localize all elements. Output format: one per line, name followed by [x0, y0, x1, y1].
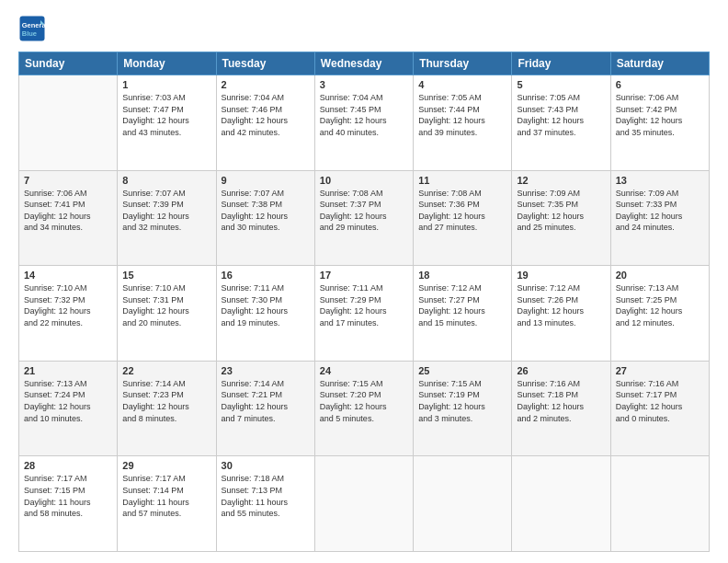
calendar-cell: 18Sunrise: 7:12 AM Sunset: 7:27 PM Dayli… — [414, 266, 512, 362]
calendar-cell: 1Sunrise: 7:03 AM Sunset: 7:47 PM Daylig… — [118, 75, 216, 171]
logo: General Blue — [18, 15, 50, 42]
day-number: 17 — [320, 270, 408, 281]
day-number: 9 — [222, 175, 310, 186]
svg-text:General: General — [22, 21, 46, 29]
day-number: 2 — [222, 79, 310, 90]
day-number: 4 — [418, 79, 506, 90]
calendar-cell — [19, 75, 118, 171]
header: General Blue — [18, 15, 710, 42]
calendar-cell: 16Sunrise: 7:11 AM Sunset: 7:30 PM Dayli… — [216, 266, 314, 362]
calendar-cell: 26Sunrise: 7:16 AM Sunset: 7:18 PM Dayli… — [512, 361, 610, 456]
day-number: 25 — [418, 365, 506, 376]
calendar-cell — [414, 456, 512, 552]
calendar-cell: 11Sunrise: 7:08 AM Sunset: 7:36 PM Dayli… — [414, 170, 512, 266]
day-number: 21 — [24, 365, 112, 376]
day-number: 27 — [616, 365, 704, 376]
calendar-cell — [610, 456, 709, 552]
day-info: Sunrise: 7:07 AM Sunset: 7:38 PM Dayligh… — [222, 188, 310, 234]
calendar-cell: 4Sunrise: 7:05 AM Sunset: 7:44 PM Daylig… — [414, 75, 512, 171]
day-number: 12 — [517, 175, 605, 186]
week-row-2: 7Sunrise: 7:06 AM Sunset: 7:41 PM Daylig… — [19, 170, 710, 266]
day-info: Sunrise: 7:04 AM Sunset: 7:46 PM Dayligh… — [222, 92, 310, 138]
weekday-header-row: SundayMondayTuesdayWednesdayThursdayFrid… — [19, 52, 710, 75]
day-info: Sunrise: 7:09 AM Sunset: 7:33 PM Dayligh… — [616, 188, 704, 234]
day-info: Sunrise: 7:06 AM Sunset: 7:41 PM Dayligh… — [24, 188, 112, 234]
day-number: 30 — [222, 460, 310, 471]
calendar-cell: 9Sunrise: 7:07 AM Sunset: 7:38 PM Daylig… — [216, 170, 314, 266]
calendar-cell: 10Sunrise: 7:08 AM Sunset: 7:37 PM Dayli… — [314, 170, 413, 266]
day-number: 14 — [24, 270, 112, 281]
day-info: Sunrise: 7:03 AM Sunset: 7:47 PM Dayligh… — [122, 92, 210, 138]
calendar-cell — [512, 456, 610, 552]
day-info: Sunrise: 7:16 AM Sunset: 7:17 PM Dayligh… — [616, 378, 704, 424]
calendar-cell: 17Sunrise: 7:11 AM Sunset: 7:29 PM Dayli… — [314, 266, 413, 362]
calendar-cell: 8Sunrise: 7:07 AM Sunset: 7:39 PM Daylig… — [118, 170, 216, 266]
calendar-cell: 28Sunrise: 7:17 AM Sunset: 7:15 PM Dayli… — [19, 456, 118, 552]
week-row-4: 21Sunrise: 7:13 AM Sunset: 7:24 PM Dayli… — [19, 361, 710, 456]
calendar-cell: 25Sunrise: 7:15 AM Sunset: 7:19 PM Dayli… — [414, 361, 512, 456]
day-number: 1 — [122, 79, 210, 90]
day-info: Sunrise: 7:12 AM Sunset: 7:27 PM Dayligh… — [418, 282, 506, 328]
day-info: Sunrise: 7:11 AM Sunset: 7:30 PM Dayligh… — [222, 282, 310, 328]
calendar-cell — [314, 456, 413, 552]
weekday-thursday: Thursday — [414, 52, 512, 75]
day-number: 28 — [24, 460, 112, 471]
day-info: Sunrise: 7:08 AM Sunset: 7:36 PM Dayligh… — [418, 188, 506, 234]
day-number: 3 — [320, 79, 408, 90]
day-number: 6 — [616, 79, 704, 90]
calendar-cell: 20Sunrise: 7:13 AM Sunset: 7:25 PM Dayli… — [610, 266, 709, 362]
week-row-1: 1Sunrise: 7:03 AM Sunset: 7:47 PM Daylig… — [19, 75, 710, 171]
weekday-tuesday: Tuesday — [216, 52, 314, 75]
day-info: Sunrise: 7:05 AM Sunset: 7:43 PM Dayligh… — [517, 92, 605, 138]
day-number: 5 — [517, 79, 605, 90]
calendar-cell: 3Sunrise: 7:04 AM Sunset: 7:45 PM Daylig… — [314, 75, 413, 171]
day-number: 23 — [222, 365, 310, 376]
page: General Blue SundayMondayTuesdayWednesda… — [0, 0, 728, 563]
day-info: Sunrise: 7:06 AM Sunset: 7:42 PM Dayligh… — [616, 92, 704, 138]
calendar-cell: 29Sunrise: 7:17 AM Sunset: 7:14 PM Dayli… — [118, 456, 216, 552]
day-info: Sunrise: 7:14 AM Sunset: 7:21 PM Dayligh… — [222, 378, 310, 424]
day-number: 8 — [122, 175, 210, 186]
calendar-cell: 19Sunrise: 7:12 AM Sunset: 7:26 PM Dayli… — [512, 266, 610, 362]
calendar-cell: 22Sunrise: 7:14 AM Sunset: 7:23 PM Dayli… — [118, 361, 216, 456]
day-number: 10 — [320, 175, 408, 186]
calendar-cell: 27Sunrise: 7:16 AM Sunset: 7:17 PM Dayli… — [610, 361, 709, 456]
weekday-monday: Monday — [118, 52, 216, 75]
day-number: 16 — [222, 270, 310, 281]
calendar-cell: 6Sunrise: 7:06 AM Sunset: 7:42 PM Daylig… — [610, 75, 709, 171]
weekday-sunday: Sunday — [19, 52, 118, 75]
weekday-friday: Friday — [512, 52, 610, 75]
day-info: Sunrise: 7:17 AM Sunset: 7:14 PM Dayligh… — [122, 473, 210, 519]
day-info: Sunrise: 7:16 AM Sunset: 7:18 PM Dayligh… — [517, 378, 605, 424]
logo-icon: General Blue — [18, 15, 46, 42]
calendar-cell: 23Sunrise: 7:14 AM Sunset: 7:21 PM Dayli… — [216, 361, 314, 456]
day-info: Sunrise: 7:17 AM Sunset: 7:15 PM Dayligh… — [24, 473, 112, 519]
calendar-cell: 30Sunrise: 7:18 AM Sunset: 7:13 PM Dayli… — [216, 456, 314, 552]
day-number: 7 — [24, 175, 112, 186]
calendar-cell: 2Sunrise: 7:04 AM Sunset: 7:46 PM Daylig… — [216, 75, 314, 171]
day-number: 15 — [122, 270, 210, 281]
week-row-3: 14Sunrise: 7:10 AM Sunset: 7:32 PM Dayli… — [19, 266, 710, 362]
calendar-cell: 7Sunrise: 7:06 AM Sunset: 7:41 PM Daylig… — [19, 170, 118, 266]
calendar-cell: 13Sunrise: 7:09 AM Sunset: 7:33 PM Dayli… — [610, 170, 709, 266]
day-number: 29 — [122, 460, 210, 471]
calendar-cell: 14Sunrise: 7:10 AM Sunset: 7:32 PM Dayli… — [19, 266, 118, 362]
day-number: 22 — [122, 365, 210, 376]
calendar-cell: 21Sunrise: 7:13 AM Sunset: 7:24 PM Dayli… — [19, 361, 118, 456]
day-info: Sunrise: 7:12 AM Sunset: 7:26 PM Dayligh… — [517, 282, 605, 328]
weekday-saturday: Saturday — [610, 52, 709, 75]
day-info: Sunrise: 7:13 AM Sunset: 7:24 PM Dayligh… — [24, 378, 112, 424]
day-info: Sunrise: 7:18 AM Sunset: 7:13 PM Dayligh… — [222, 473, 310, 519]
day-info: Sunrise: 7:15 AM Sunset: 7:19 PM Dayligh… — [418, 378, 506, 424]
day-info: Sunrise: 7:05 AM Sunset: 7:44 PM Dayligh… — [418, 92, 506, 138]
day-info: Sunrise: 7:10 AM Sunset: 7:31 PM Dayligh… — [122, 282, 210, 328]
calendar-cell: 5Sunrise: 7:05 AM Sunset: 7:43 PM Daylig… — [512, 75, 610, 171]
calendar-cell: 24Sunrise: 7:15 AM Sunset: 7:20 PM Dayli… — [314, 361, 413, 456]
day-number: 18 — [418, 270, 506, 281]
day-info: Sunrise: 7:13 AM Sunset: 7:25 PM Dayligh… — [616, 282, 704, 328]
day-info: Sunrise: 7:11 AM Sunset: 7:29 PM Dayligh… — [320, 282, 408, 328]
day-info: Sunrise: 7:10 AM Sunset: 7:32 PM Dayligh… — [24, 282, 112, 328]
day-number: 20 — [616, 270, 704, 281]
week-row-5: 28Sunrise: 7:17 AM Sunset: 7:15 PM Dayli… — [19, 456, 710, 552]
day-info: Sunrise: 7:09 AM Sunset: 7:35 PM Dayligh… — [517, 188, 605, 234]
